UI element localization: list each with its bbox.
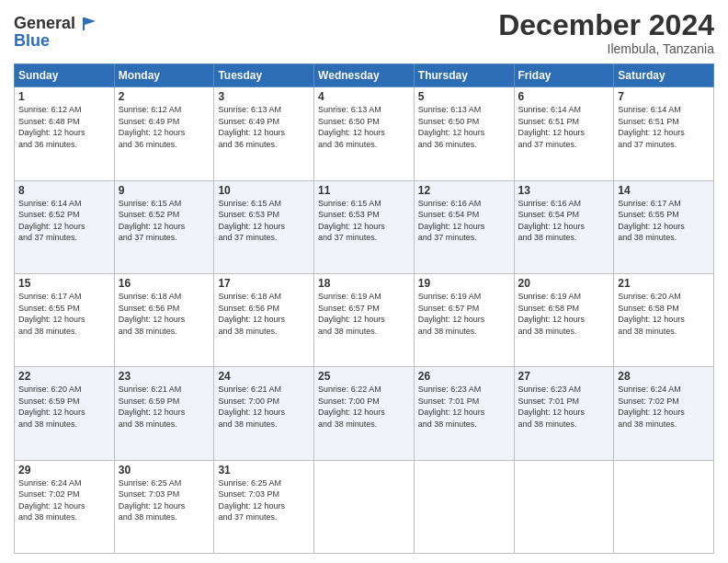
day-info: Sunrise: 6:25 AMSunset: 7:03 PMDaylight:… bbox=[218, 478, 285, 523]
table-row: 11Sunrise: 6:15 AMSunset: 6:53 PMDayligh… bbox=[314, 180, 415, 273]
table-row: 12Sunrise: 6:16 AMSunset: 6:54 PMDayligh… bbox=[414, 180, 514, 273]
day-number: 24 bbox=[218, 370, 310, 383]
table-row: 22Sunrise: 6:20 AMSunset: 6:59 PMDayligh… bbox=[15, 367, 115, 460]
table-row: 24Sunrise: 6:21 AMSunset: 7:00 PMDayligh… bbox=[214, 367, 314, 460]
page: General Blue December 2024 Ilembula, Tan… bbox=[0, 0, 728, 563]
table-row bbox=[614, 460, 714, 553]
day-number: 27 bbox=[518, 370, 610, 383]
day-number: 1 bbox=[18, 90, 110, 103]
col-header-friday: Friday bbox=[514, 64, 614, 87]
table-row: 29Sunrise: 6:24 AMSunset: 7:02 PMDayligh… bbox=[15, 460, 115, 553]
day-info: Sunrise: 6:21 AMSunset: 7:00 PMDaylight:… bbox=[218, 385, 285, 429]
table-row: 15Sunrise: 6:17 AMSunset: 6:55 PMDayligh… bbox=[15, 273, 115, 366]
table-row: 30Sunrise: 6:25 AMSunset: 7:03 PMDayligh… bbox=[114, 460, 214, 553]
day-info: Sunrise: 6:13 AMSunset: 6:50 PMDaylight:… bbox=[418, 105, 485, 149]
day-info: Sunrise: 6:19 AMSunset: 6:57 PMDaylight:… bbox=[318, 292, 385, 336]
logo: General Blue bbox=[14, 14, 99, 51]
day-number: 13 bbox=[518, 184, 610, 197]
day-info: Sunrise: 6:15 AMSunset: 6:52 PMDaylight:… bbox=[119, 199, 186, 243]
location: Ilembula, Tanzania bbox=[498, 41, 714, 56]
day-info: Sunrise: 6:23 AMSunset: 7:01 PMDaylight:… bbox=[418, 385, 485, 429]
day-info: Sunrise: 6:13 AMSunset: 6:49 PMDaylight:… bbox=[218, 105, 285, 149]
table-row: 27Sunrise: 6:23 AMSunset: 7:01 PMDayligh… bbox=[514, 367, 614, 460]
day-info: Sunrise: 6:23 AMSunset: 7:01 PMDaylight:… bbox=[518, 385, 586, 429]
col-header-wednesday: Wednesday bbox=[314, 64, 415, 87]
day-number: 4 bbox=[318, 90, 410, 103]
header: General Blue December 2024 Ilembula, Tan… bbox=[14, 9, 714, 56]
col-header-thursday: Thursday bbox=[414, 64, 514, 87]
day-info: Sunrise: 6:17 AMSunset: 6:55 PMDaylight:… bbox=[18, 292, 85, 336]
day-number: 6 bbox=[518, 90, 610, 103]
day-info: Sunrise: 6:19 AMSunset: 6:58 PMDaylight:… bbox=[518, 292, 586, 336]
table-row: 21Sunrise: 6:20 AMSunset: 6:58 PMDayligh… bbox=[614, 273, 714, 366]
day-number: 18 bbox=[318, 277, 410, 290]
day-info: Sunrise: 6:13 AMSunset: 6:50 PMDaylight:… bbox=[318, 105, 385, 149]
logo-text-blue: Blue bbox=[14, 32, 99, 51]
day-info: Sunrise: 6:16 AMSunset: 6:54 PMDaylight:… bbox=[418, 199, 485, 243]
calendar-table: Sunday Monday Tuesday Wednesday Thursday… bbox=[14, 63, 714, 554]
logo-flag-icon bbox=[79, 14, 99, 34]
col-header-sunday: Sunday bbox=[15, 64, 115, 87]
day-number: 10 bbox=[218, 184, 310, 197]
day-number: 15 bbox=[18, 277, 110, 290]
col-header-monday: Monday bbox=[114, 64, 214, 87]
table-row: 14Sunrise: 6:17 AMSunset: 6:55 PMDayligh… bbox=[614, 180, 714, 273]
day-number: 9 bbox=[119, 184, 210, 197]
day-info: Sunrise: 6:16 AMSunset: 6:54 PMDaylight:… bbox=[518, 199, 586, 243]
day-number: 28 bbox=[618, 370, 710, 383]
day-info: Sunrise: 6:18 AMSunset: 6:56 PMDaylight:… bbox=[218, 292, 285, 336]
table-row: 3Sunrise: 6:13 AMSunset: 6:49 PMDaylight… bbox=[214, 87, 314, 180]
table-row: 19Sunrise: 6:19 AMSunset: 6:57 PMDayligh… bbox=[414, 273, 514, 366]
table-row: 16Sunrise: 6:18 AMSunset: 6:56 PMDayligh… bbox=[114, 273, 214, 366]
day-info: Sunrise: 6:19 AMSunset: 6:57 PMDaylight:… bbox=[418, 292, 485, 336]
table-row: 8Sunrise: 6:14 AMSunset: 6:52 PMDaylight… bbox=[15, 180, 115, 273]
day-number: 14 bbox=[618, 184, 710, 197]
day-number: 19 bbox=[418, 277, 510, 290]
day-info: Sunrise: 6:12 AMSunset: 6:48 PMDaylight:… bbox=[18, 105, 85, 149]
day-info: Sunrise: 6:15 AMSunset: 6:53 PMDaylight:… bbox=[218, 199, 285, 243]
day-info: Sunrise: 6:22 AMSunset: 7:00 PMDaylight:… bbox=[318, 385, 385, 429]
table-row bbox=[314, 460, 415, 553]
day-info: Sunrise: 6:21 AMSunset: 6:59 PMDaylight:… bbox=[119, 385, 186, 429]
day-info: Sunrise: 6:18 AMSunset: 6:56 PMDaylight:… bbox=[119, 292, 186, 336]
day-info: Sunrise: 6:14 AMSunset: 6:52 PMDaylight:… bbox=[18, 199, 85, 243]
month-title: December 2024 bbox=[498, 9, 714, 41]
day-number: 29 bbox=[18, 464, 110, 477]
day-number: 3 bbox=[218, 90, 310, 103]
table-row: 2Sunrise: 6:12 AMSunset: 6:49 PMDaylight… bbox=[114, 87, 214, 180]
day-info: Sunrise: 6:14 AMSunset: 6:51 PMDaylight:… bbox=[618, 105, 685, 149]
day-number: 17 bbox=[218, 277, 310, 290]
day-number: 7 bbox=[618, 90, 710, 103]
day-number: 16 bbox=[119, 277, 210, 290]
svg-marker-0 bbox=[83, 17, 96, 30]
table-row: 23Sunrise: 6:21 AMSunset: 6:59 PMDayligh… bbox=[114, 367, 214, 460]
day-info: Sunrise: 6:24 AMSunset: 7:02 PMDaylight:… bbox=[18, 478, 85, 523]
day-number: 8 bbox=[18, 184, 110, 197]
day-info: Sunrise: 6:17 AMSunset: 6:55 PMDaylight:… bbox=[618, 199, 685, 243]
day-number: 31 bbox=[218, 464, 310, 477]
table-row: 7Sunrise: 6:14 AMSunset: 6:51 PMDaylight… bbox=[614, 87, 714, 180]
day-info: Sunrise: 6:20 AMSunset: 6:58 PMDaylight:… bbox=[618, 292, 685, 336]
table-row: 18Sunrise: 6:19 AMSunset: 6:57 PMDayligh… bbox=[314, 273, 415, 366]
day-number: 22 bbox=[18, 370, 110, 383]
table-row: 13Sunrise: 6:16 AMSunset: 6:54 PMDayligh… bbox=[514, 180, 614, 273]
table-row: 17Sunrise: 6:18 AMSunset: 6:56 PMDayligh… bbox=[214, 273, 314, 366]
table-row: 26Sunrise: 6:23 AMSunset: 7:01 PMDayligh… bbox=[414, 367, 514, 460]
table-row bbox=[514, 460, 614, 553]
table-row: 28Sunrise: 6:24 AMSunset: 7:02 PMDayligh… bbox=[614, 367, 714, 460]
col-header-saturday: Saturday bbox=[614, 64, 714, 87]
day-number: 26 bbox=[418, 370, 510, 383]
table-row: 6Sunrise: 6:14 AMSunset: 6:51 PMDaylight… bbox=[514, 87, 614, 180]
day-info: Sunrise: 6:14 AMSunset: 6:51 PMDaylight:… bbox=[518, 105, 586, 149]
table-row: 4Sunrise: 6:13 AMSunset: 6:50 PMDaylight… bbox=[314, 87, 415, 180]
table-row: 9Sunrise: 6:15 AMSunset: 6:52 PMDaylight… bbox=[114, 180, 214, 273]
day-number: 12 bbox=[418, 184, 510, 197]
logo-text-general: General bbox=[14, 15, 75, 33]
day-number: 21 bbox=[618, 277, 710, 290]
table-row: 25Sunrise: 6:22 AMSunset: 7:00 PMDayligh… bbox=[314, 367, 415, 460]
table-row: 20Sunrise: 6:19 AMSunset: 6:58 PMDayligh… bbox=[514, 273, 614, 366]
day-info: Sunrise: 6:12 AMSunset: 6:49 PMDaylight:… bbox=[119, 105, 186, 149]
day-info: Sunrise: 6:24 AMSunset: 7:02 PMDaylight:… bbox=[618, 385, 685, 429]
table-row: 10Sunrise: 6:15 AMSunset: 6:53 PMDayligh… bbox=[214, 180, 314, 273]
day-info: Sunrise: 6:20 AMSunset: 6:59 PMDaylight:… bbox=[18, 385, 85, 429]
